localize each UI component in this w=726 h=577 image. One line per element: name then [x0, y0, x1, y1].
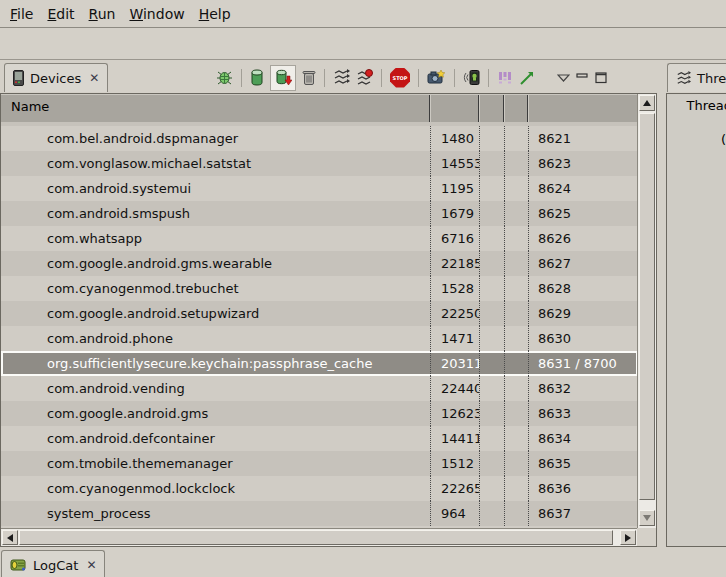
- stop-process-icon[interactable]: STOP: [390, 68, 410, 88]
- scrollbar-corner: [637, 528, 656, 546]
- phone-device-icon: [13, 70, 24, 86]
- empty-cell: [479, 276, 504, 301]
- table-row[interactable]: com.tmobile.thememanager15128635: [1, 451, 638, 476]
- empty-cell: [504, 276, 528, 301]
- horizontal-scrollbar[interactable]: [1, 528, 637, 546]
- bottom-tab-bar: LogCat ✕: [0, 548, 726, 577]
- empty-cell: [479, 126, 504, 151]
- scroll-left-button[interactable]: [2, 530, 18, 545]
- tab-logcat[interactable]: LogCat ✕: [1, 550, 105, 577]
- table-row[interactable]: com.android.vending224408632: [1, 376, 638, 401]
- view-menu-icon[interactable]: [557, 74, 570, 82]
- table-header[interactable]: Name: [1, 94, 656, 123]
- tab-devices[interactable]: Devices ✕: [4, 63, 108, 92]
- update-threads-icon[interactable]: [333, 69, 350, 86]
- table-row[interactable]: com.android.systemui11958624: [1, 176, 638, 201]
- empty-cell: [479, 426, 504, 451]
- process-port: 8630: [528, 326, 638, 351]
- menu-edit[interactable]: Edit: [47, 6, 74, 22]
- process-port: 8634: [528, 426, 638, 451]
- process-pid: 20311: [430, 351, 479, 376]
- minimize-icon[interactable]: [576, 72, 589, 83]
- process-pid: 964: [430, 501, 479, 526]
- screen-capture-icon[interactable]: [427, 69, 446, 86]
- empty-cell: [504, 376, 528, 401]
- empty-cell: [504, 251, 528, 276]
- table-row[interactable]: com.google.android.gms126238633: [1, 401, 638, 426]
- screen-record-icon[interactable]: [463, 69, 480, 86]
- close-icon[interactable]: ✕: [86, 558, 96, 572]
- table-row[interactable]: com.google.android.setupwizard222508629: [1, 301, 638, 326]
- process-pid: 14411: [430, 426, 479, 451]
- empty-cell: [479, 251, 504, 276]
- threads-message-line1: Thread updates not enabled for selected …: [669, 97, 726, 131]
- table-row[interactable]: org.sufficientlysecure.keychain:passphra…: [1, 351, 638, 376]
- vertical-scrollbar[interactable]: [637, 94, 656, 528]
- table-row[interactable]: com.cyanogenmod.lockclock222658636: [1, 476, 638, 501]
- process-name: system_process: [1, 501, 430, 526]
- empty-cell: [504, 151, 528, 176]
- table-row[interactable]: com.vonglasow.michael.satstat145538623: [1, 151, 638, 176]
- ddms-window: FileEditRunWindowHelp Devices ✕: [0, 0, 726, 577]
- table-row[interactable]: com.android.smspush16798625: [1, 201, 638, 226]
- start-method-profiling-icon[interactable]: [356, 69, 373, 86]
- process-name: com.bel.android.dspmanager: [1, 126, 430, 151]
- process-port: 8623: [528, 151, 638, 176]
- scroll-right-button[interactable]: [620, 530, 636, 545]
- horizontal-scroll-thumb[interactable]: [19, 530, 613, 545]
- menu-run[interactable]: Run: [89, 6, 116, 22]
- table-row[interactable]: com.android.defcontainer144118634: [1, 426, 638, 451]
- table-row[interactable]: system_process9648637: [1, 501, 638, 526]
- table-row[interactable]: com.android.phone14718630: [1, 326, 638, 351]
- opengl-trace-icon[interactable]: [519, 70, 535, 86]
- vertical-scroll-thumb[interactable]: [639, 113, 655, 500]
- process-port: 8632: [528, 376, 638, 401]
- empty-cell: [504, 401, 528, 426]
- maximize-icon[interactable]: [595, 72, 608, 84]
- menu-file[interactable]: File: [10, 6, 33, 22]
- column-separator[interactable]: [527, 95, 529, 123]
- close-icon[interactable]: ✕: [89, 71, 99, 85]
- dump-hprof-icon[interactable]: [270, 65, 296, 91]
- table-row[interactable]: com.cyanogenmod.trebuchet15288628: [1, 276, 638, 301]
- process-port: 8636: [528, 476, 638, 501]
- threads-icon: [676, 71, 691, 86]
- toolbar-separator: [454, 69, 455, 87]
- process-pid: 1528: [430, 276, 479, 301]
- process-name: org.sufficientlysecure.keychain:passphra…: [1, 351, 430, 376]
- empty-cell: [479, 151, 504, 176]
- empty-cell: [479, 301, 504, 326]
- tab-threads-label: Threads: [697, 71, 726, 86]
- empty-cell: [479, 376, 504, 401]
- table-row[interactable]: com.whatsapp67168626: [1, 226, 638, 251]
- update-heap-icon[interactable]: [250, 69, 264, 86]
- devices-table: Name com.bel.android.dspmanager14808621c…: [0, 93, 657, 547]
- column-header-name[interactable]: Name: [11, 99, 49, 114]
- process-pid: 22250: [430, 301, 479, 326]
- cause-gc-trash-icon[interactable]: [302, 69, 316, 86]
- process-pid: 14553: [430, 151, 479, 176]
- tab-threads[interactable]: Threads: [667, 63, 726, 92]
- table-row[interactable]: com.bel.android.dspmanager14808621: [1, 126, 638, 151]
- systrace-icon[interactable]: [497, 69, 513, 86]
- scroll-up-button[interactable]: [639, 95, 655, 111]
- empty-cell: [479, 326, 504, 351]
- process-pid: 22185: [430, 251, 479, 276]
- column-separator[interactable]: [503, 95, 505, 123]
- process-port: 8629: [528, 301, 638, 326]
- debug-process-icon[interactable]: [216, 69, 233, 86]
- menu-window[interactable]: Window: [129, 6, 184, 22]
- process-name: com.whatsapp: [1, 226, 430, 251]
- process-port: 8628: [528, 276, 638, 301]
- process-port: 8633: [528, 401, 638, 426]
- process-name: com.tmobile.thememanager: [1, 451, 430, 476]
- column-separator[interactable]: [429, 95, 431, 123]
- menu-help[interactable]: Help: [199, 6, 231, 22]
- process-port: 8635: [528, 451, 638, 476]
- table-row[interactable]: com.google.android.gms.wearable221858627: [1, 251, 638, 276]
- column-separator[interactable]: [478, 95, 480, 123]
- scroll-down-button[interactable]: [639, 510, 655, 526]
- empty-cell: [504, 451, 528, 476]
- process-port: 8621: [528, 126, 638, 151]
- process-name: com.google.android.setupwizard: [1, 301, 430, 326]
